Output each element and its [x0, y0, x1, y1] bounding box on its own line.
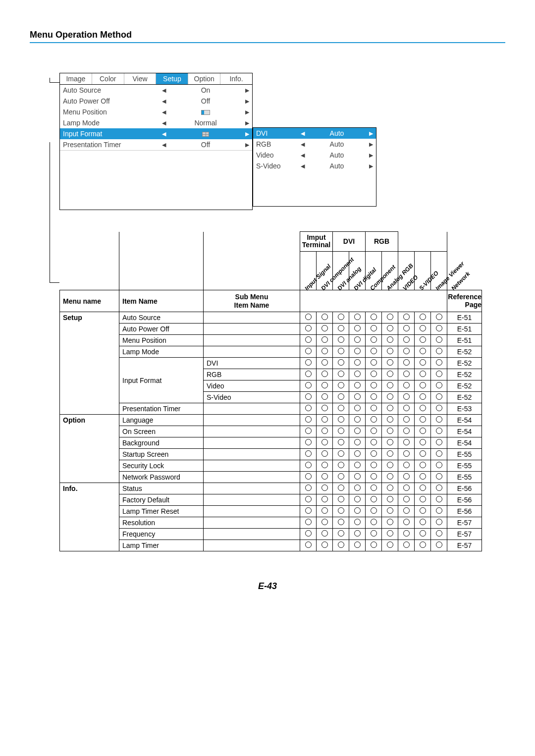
circle-icon: [371, 496, 377, 502]
mark-cell: [333, 506, 349, 517]
page-number: E-43: [30, 581, 505, 592]
circle-icon: [371, 416, 377, 423]
circle-icon: [387, 485, 393, 491]
mark-cell: [366, 369, 382, 380]
mark-cell: [317, 380, 333, 392]
ref-page-cell: E-57: [447, 517, 482, 529]
mark-cell: [366, 380, 382, 392]
mark-cell: [317, 483, 333, 494]
circle-icon: [403, 428, 410, 434]
osd-tab-view[interactable]: View: [124, 73, 157, 84]
arrow-left-icon[interactable]: ◀: [159, 131, 169, 137]
circle-icon: [436, 485, 442, 491]
arrow-left-icon[interactable]: ◀: [159, 142, 169, 148]
mark-cell: [349, 324, 366, 335]
mark-cell: [382, 494, 398, 506]
osd-row-auto-power-off[interactable]: Auto Power Off◀Off▶: [60, 96, 252, 107]
circle-icon: [387, 519, 393, 525]
arrow-right-icon[interactable]: ▶: [366, 141, 376, 148]
osd-main-window: ImageColorViewSetupOptionInfo. Auto Sour…: [59, 73, 253, 210]
osd-row-menu-position[interactable]: Menu Position◀▶: [60, 107, 252, 117]
osd-sub-row-dvi[interactable]: DVI◀Auto▶: [253, 128, 376, 139]
arrow-left-icon[interactable]: ◀: [298, 152, 308, 159]
arrow-left-icon[interactable]: ◀: [159, 87, 169, 94]
arrow-left-icon[interactable]: ◀: [298, 141, 308, 148]
circle-icon: [321, 541, 328, 548]
circle-icon: [371, 314, 377, 320]
arrow-right-icon[interactable]: ▶: [242, 87, 252, 94]
circle-icon: [387, 428, 393, 434]
osd-tab-color[interactable]: Color: [92, 73, 124, 84]
arrow-right-icon[interactable]: ▶: [242, 98, 252, 105]
osd-sub-row-video[interactable]: Video◀Auto▶: [253, 150, 376, 161]
osd-sub-value: Auto: [308, 162, 366, 170]
circle-icon: [436, 325, 442, 331]
mark-cell: [300, 460, 317, 472]
grid-icon: [202, 132, 209, 137]
osd-tab-image[interactable]: Image: [60, 73, 92, 84]
arrow-right-icon[interactable]: ▶: [366, 163, 376, 169]
osd-row-input-format[interactable]: Input Format◀▶: [60, 128, 252, 139]
arrow-right-icon[interactable]: ▶: [242, 131, 252, 137]
osd-sub-label: S-Video: [253, 162, 298, 170]
circle-icon: [338, 496, 344, 502]
mark-cell: [415, 403, 431, 415]
mark-cell: [431, 529, 447, 540]
hdr-input-terminal: Imput Terminal: [300, 232, 333, 252]
mark-cell: [382, 460, 398, 472]
osd-tab-option[interactable]: Option: [188, 73, 220, 84]
osd-sub-row-rgb[interactable]: RGB◀Auto▶: [253, 139, 376, 150]
ref-page-cell: E-51: [447, 335, 482, 346]
table-row: On ScreenE-54: [60, 426, 506, 437]
osd-row-value: Off: [169, 141, 242, 149]
osd-sub-row-s-video[interactable]: S-Video◀Auto▶: [253, 161, 376, 171]
arrow-right-icon[interactable]: ▶: [366, 152, 376, 159]
arrow-right-icon[interactable]: ▶: [242, 120, 252, 126]
table-row: Factory DefaultE-56: [60, 494, 506, 506]
osd-row-presentation-timer[interactable]: Presentation Timer◀Off▶: [60, 139, 252, 150]
ref-page-cell: E-57: [447, 529, 482, 540]
osd-tab-setup[interactable]: Setup: [156, 73, 188, 84]
arrow-left-icon[interactable]: ◀: [298, 163, 308, 169]
circle-icon: [387, 496, 393, 502]
mark-cell: [366, 517, 382, 529]
mark-cell: [366, 529, 382, 540]
reference-table-wrap: Imput Terminal DVI RGB Input SignalDVI c…: [30, 231, 505, 551]
circle-icon: [321, 382, 328, 388]
slider-icon: [201, 110, 210, 115]
osd-row-lamp-mode[interactable]: Lamp Mode◀Normal▶: [60, 117, 252, 128]
arrow-right-icon[interactable]: ▶: [366, 130, 376, 137]
mark-cell: [333, 403, 349, 415]
osd-row-auto-source[interactable]: Auto Source◀On▶: [60, 85, 252, 96]
circle-icon: [354, 439, 361, 445]
arrow-left-icon[interactable]: ◀: [159, 109, 169, 115]
mark-cell: [333, 540, 349, 551]
mark-cell: [415, 380, 431, 392]
circle-icon: [420, 416, 426, 423]
circle-icon: [387, 393, 393, 400]
mark-cell: [382, 472, 398, 483]
mark-cell: [415, 415, 431, 426]
mark-cell: [333, 460, 349, 472]
arrow-left-icon[interactable]: ◀: [159, 98, 169, 105]
arrow-left-icon[interactable]: ◀: [298, 130, 308, 137]
mark-cell: [300, 415, 317, 426]
mark-cell: [431, 494, 447, 506]
arrow-left-icon[interactable]: ◀: [159, 120, 169, 126]
circle-icon: [403, 450, 410, 457]
arrow-right-icon[interactable]: ▶: [242, 109, 252, 115]
osd-tab-info[interactable]: Info.: [220, 73, 252, 84]
circle-icon: [354, 405, 361, 411]
circle-icon: [436, 462, 442, 468]
circle-icon: [305, 541, 312, 548]
mark-cell: [415, 540, 431, 551]
circle-icon: [371, 359, 377, 366]
circle-icon: [371, 325, 377, 331]
circle-icon: [403, 473, 410, 480]
arrow-right-icon[interactable]: ▶: [242, 142, 252, 148]
hdr-dvi: DVI: [333, 232, 366, 252]
mark-cell: [431, 415, 447, 426]
menu-name-cell: Option: [60, 415, 119, 483]
ref-page-cell: E-57: [447, 540, 482, 551]
circle-icon: [305, 336, 312, 343]
